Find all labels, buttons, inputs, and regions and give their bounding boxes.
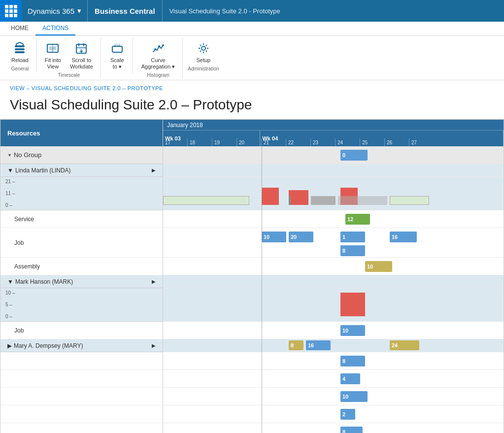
bar-job-16-label: 16: [392, 234, 398, 240]
mary-row-3: [0, 388, 163, 405]
bar-mary-8-main-label: 8: [291, 342, 294, 348]
subtype-row-assembly[interactable]: Assembly: [0, 258, 163, 275]
linda-name-label: Linda Martin (LINDA): [15, 167, 71, 174]
bar-job-10[interactable]: 10: [262, 232, 286, 242]
ribbon-group-scale: Scaleto ▾: [102, 38, 133, 73]
gantt-row-service: 12: [163, 210, 504, 228]
waffle-menu-button[interactable]: [0, 0, 22, 22]
mary-row-4: [0, 405, 163, 423]
bar-assembly-10-label: 10: [367, 264, 373, 269]
subtype-row-job-linda[interactable]: Job: [0, 228, 163, 258]
mark-name-label: Mark Hanson (MARK): [15, 278, 73, 285]
day-ticks: 17 18 19 20 21 22 23 24 25 26 27: [163, 138, 504, 146]
bar-job-1[interactable]: 1: [340, 232, 365, 242]
bar-mark-job-10[interactable]: 10: [340, 325, 365, 336]
reload-button[interactable]: Reload: [8, 39, 32, 65]
day-22: 22: [286, 138, 311, 146]
bar-mary-sub-4-label: 4: [342, 376, 345, 382]
linda-chart-area: 21 – 11 – 0 –: [0, 177, 163, 210]
gantt-row-mary: 8 16 24: [163, 339, 504, 352]
mary-row-2: [0, 370, 163, 388]
bar-mary-sub-10[interactable]: 10: [340, 391, 368, 402]
scroll-to-workdate-icon: [73, 40, 89, 56]
bar-mary-8-main[interactable]: 8: [289, 340, 303, 350]
ribbon-group-histogram: CurveAggregation ▾ Histogram: [134, 38, 183, 79]
mary-name-label: Mary A. Dempsey (MARY): [14, 342, 83, 349]
tab-actions[interactable]: ACTIONS: [35, 22, 75, 35]
timescale-buttons: Fit intoView Scroll toWorkdate: [41, 39, 97, 71]
setup-label: Setup: [196, 57, 210, 64]
nogroup-label: No Group: [14, 151, 41, 159]
general-buttons: Reload: [8, 39, 32, 65]
resources-label: Resources: [7, 130, 40, 137]
job-mark-label: Job: [14, 327, 24, 334]
bar-job-16[interactable]: 16: [390, 232, 417, 242]
bar-job-20[interactable]: 20: [289, 232, 313, 242]
dynamics365-nav[interactable]: Dynamics 365 ▾: [22, 0, 88, 22]
bar-mary-sub-8a[interactable]: 8: [340, 356, 365, 366]
histogram-buttons: CurveAggregation ▾: [138, 39, 178, 71]
gantt-row-job-linda: 10 20 1 16 8: [163, 228, 504, 258]
waffle-icon: [5, 5, 17, 17]
bar-job-8[interactable]: 8: [340, 245, 365, 256]
bar-service-12[interactable]: 12: [345, 214, 370, 225]
bar-mary-24-main[interactable]: 24: [390, 340, 419, 350]
svg-point-14: [162, 44, 164, 46]
gantt-row-assembly: 10: [163, 258, 504, 275]
day-25: 25: [360, 138, 385, 146]
svg-rect-2: [15, 51, 25, 53]
svg-point-12: [154, 48, 156, 50]
gantt-row-nogroup: 0: [163, 146, 504, 164]
bar-mary-sub-8b-label: 8: [342, 429, 345, 433]
curve-aggregation-button[interactable]: CurveAggregation ▾: [138, 39, 178, 71]
ribbon-tabs: HOME ACTIONS: [0, 22, 504, 36]
group-row-nogroup[interactable]: ▼ No Group: [0, 146, 163, 164]
resource-row-mary[interactable]: ▶ Mary A. Dempsey (MARY) ▶: [0, 339, 163, 352]
linda-chart-gray-2: [311, 196, 336, 205]
setup-button[interactable]: Setup: [192, 39, 215, 65]
ribbon-group-timescale: Fit intoView Scroll toWorkdate Timescale: [37, 38, 101, 79]
subtype-row-job-mark[interactable]: Job: [0, 322, 163, 339]
bar-mary-sub-8b[interactable]: 8: [340, 427, 363, 433]
right-panel[interactable]: January 2018 Wk 03 Wk 04 17 18 19 20 21: [163, 120, 504, 433]
gantt-row-linda: [163, 164, 504, 177]
fit-into-view-button[interactable]: Fit intoView: [41, 39, 65, 71]
mark-y-0: 0 –: [5, 314, 15, 319]
service-label: Service: [14, 216, 34, 223]
bar-mary-sub-2[interactable]: 2: [340, 409, 355, 420]
ribbon-group-admin: Setup Administration: [184, 38, 223, 72]
linda-chart-end-bar: [390, 196, 429, 205]
setup-icon: [196, 40, 211, 56]
scale-to-label: Scaleto ▾: [110, 57, 124, 70]
mark-arrow-icon: ▶: [152, 279, 156, 284]
fit-into-view-icon: [45, 40, 61, 56]
linda-y-11: 11 –: [5, 191, 15, 196]
svg-point-13: [158, 45, 160, 47]
timescale-group-label: Timescale: [58, 72, 80, 78]
bar-mark-job-10-label: 10: [342, 328, 348, 333]
tab-home[interactable]: HOME: [4, 22, 35, 35]
business-central-nav[interactable]: Business Central: [88, 0, 163, 22]
assembly-label: Assembly: [14, 263, 40, 270]
bar-mary-16-main[interactable]: 16: [306, 340, 331, 350]
mark-y-5: 5 –: [5, 302, 15, 307]
page-nav-title: Visual Scheduling Suite 2.0 - Prototype: [163, 7, 287, 15]
bar-mary-24-main-label: 24: [392, 342, 398, 348]
linda-chart-y-labels: 21 – 11 – 0 –: [5, 177, 15, 210]
resource-row-mark[interactable]: ▼ Mark Hanson (MARK) ▶: [0, 275, 163, 288]
mary-subrow-1: 8: [163, 352, 504, 370]
scale-to-button[interactable]: Scaleto ▾: [106, 39, 129, 71]
admin-buttons: Setup: [192, 39, 215, 65]
day-20: 20: [237, 138, 262, 146]
day-21: 21: [262, 138, 286, 146]
bar-nogroup-0[interactable]: 0: [340, 150, 368, 161]
day-23: 23: [311, 138, 336, 146]
scroll-to-workdate-label: Scroll toWorkdate: [70, 57, 93, 70]
bar-assembly-10[interactable]: 10: [365, 261, 392, 272]
scroll-to-workdate-button[interactable]: Scroll toWorkdate: [67, 39, 97, 71]
bar-mary-sub-4[interactable]: 4: [340, 373, 360, 384]
resource-row-linda[interactable]: ▼ Linda Martin (LINDA) ▶: [0, 164, 163, 177]
bar-mary-16-main-label: 16: [308, 342, 314, 348]
subtype-row-service[interactable]: Service: [0, 210, 163, 228]
linda-chart-gray-1: [289, 196, 291, 205]
